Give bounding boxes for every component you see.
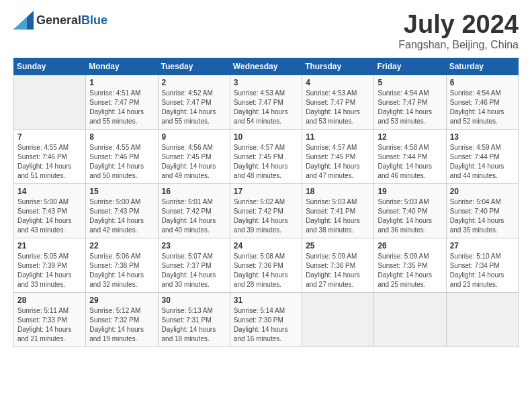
main-title: July 2024 bbox=[398, 11, 519, 39]
day-detail: Sunrise: 4:55 AMSunset: 7:46 PMDaylight:… bbox=[89, 143, 154, 181]
calendar-cell: 22Sunrise: 5:06 AMSunset: 7:38 PMDayligh… bbox=[86, 238, 158, 292]
calendar-cell: 23Sunrise: 5:07 AMSunset: 7:37 PMDayligh… bbox=[158, 238, 230, 292]
day-number: 19 bbox=[378, 187, 442, 196]
calendar-cell: 20Sunrise: 5:04 AMSunset: 7:40 PMDayligh… bbox=[446, 183, 518, 238]
column-header-saturday: Saturday bbox=[446, 58, 518, 75]
calendar-cell: 7Sunrise: 4:55 AMSunset: 7:46 PMDaylight… bbox=[14, 129, 86, 183]
calendar-cell bbox=[374, 292, 446, 347]
calendar-cell: 14Sunrise: 5:00 AMSunset: 7:43 PMDayligh… bbox=[14, 183, 86, 238]
column-header-sunday: Sunday bbox=[14, 58, 86, 75]
column-header-friday: Friday bbox=[374, 58, 446, 75]
calendar-cell: 5Sunrise: 4:54 AMSunset: 7:47 PMDaylight… bbox=[374, 75, 446, 129]
day-detail: Sunrise: 5:10 AMSunset: 7:34 PMDaylight:… bbox=[450, 252, 515, 289]
calendar-week-5: 28Sunrise: 5:11 AMSunset: 7:33 PMDayligh… bbox=[14, 292, 519, 347]
day-detail: Sunrise: 4:56 AMSunset: 7:45 PMDaylight:… bbox=[162, 143, 226, 181]
day-number: 24 bbox=[234, 241, 298, 250]
day-number: 9 bbox=[162, 132, 226, 142]
day-number: 7 bbox=[17, 132, 82, 142]
day-detail: Sunrise: 5:03 AMSunset: 7:40 PMDaylight:… bbox=[378, 197, 442, 235]
day-detail: Sunrise: 5:01 AMSunset: 7:42 PMDaylight:… bbox=[162, 197, 226, 235]
calendar-cell: 29Sunrise: 5:12 AMSunset: 7:32 PMDayligh… bbox=[86, 292, 158, 347]
calendar-cell: 3Sunrise: 4:53 AMSunset: 7:47 PMDaylight… bbox=[230, 75, 302, 129]
header-row: SundayMondayTuesdayWednesdayThursdayFrid… bbox=[14, 58, 519, 75]
day-number: 2 bbox=[162, 78, 226, 87]
calendar-cell: 17Sunrise: 5:02 AMSunset: 7:42 PMDayligh… bbox=[230, 183, 302, 238]
calendar-table: SundayMondayTuesdayWednesdayThursdayFrid… bbox=[13, 58, 519, 347]
calendar-cell bbox=[446, 292, 518, 347]
calendar-cell: 10Sunrise: 4:57 AMSunset: 7:45 PMDayligh… bbox=[230, 129, 302, 183]
day-detail: Sunrise: 5:03 AMSunset: 7:41 PMDaylight:… bbox=[306, 197, 370, 235]
day-detail: Sunrise: 4:54 AMSunset: 7:47 PMDaylight:… bbox=[378, 89, 442, 126]
day-detail: Sunrise: 5:07 AMSunset: 7:37 PMDaylight:… bbox=[162, 252, 226, 289]
calendar-cell: 25Sunrise: 5:09 AMSunset: 7:36 PMDayligh… bbox=[302, 238, 374, 292]
day-detail: Sunrise: 4:59 AMSunset: 7:44 PMDaylight:… bbox=[450, 143, 515, 181]
day-detail: Sunrise: 5:14 AMSunset: 7:30 PMDaylight:… bbox=[234, 306, 298, 344]
calendar-cell: 12Sunrise: 4:58 AMSunset: 7:44 PMDayligh… bbox=[374, 129, 446, 183]
day-number: 21 bbox=[17, 241, 82, 250]
calendar-cell: 9Sunrise: 4:56 AMSunset: 7:45 PMDaylight… bbox=[158, 129, 230, 183]
calendar-week-1: 1Sunrise: 4:51 AMSunset: 7:47 PMDaylight… bbox=[14, 75, 519, 129]
day-detail: Sunrise: 5:13 AMSunset: 7:31 PMDaylight:… bbox=[162, 306, 226, 344]
day-detail: Sunrise: 5:11 AMSunset: 7:33 PMDaylight:… bbox=[17, 306, 82, 344]
calendar-body: 1Sunrise: 4:51 AMSunset: 7:47 PMDaylight… bbox=[14, 75, 519, 347]
day-number: 11 bbox=[306, 132, 370, 142]
calendar-cell: 30Sunrise: 5:13 AMSunset: 7:31 PMDayligh… bbox=[158, 292, 230, 347]
calendar-week-4: 21Sunrise: 5:05 AMSunset: 7:39 PMDayligh… bbox=[14, 238, 519, 292]
day-detail: Sunrise: 4:57 AMSunset: 7:45 PMDaylight:… bbox=[234, 143, 298, 181]
subtitle: Fangshan, Beijing, China bbox=[398, 39, 519, 51]
day-number: 30 bbox=[162, 295, 226, 305]
logo-text: GeneralBlue bbox=[36, 13, 107, 28]
day-number: 23 bbox=[162, 241, 226, 250]
logo: GeneralBlue bbox=[13, 11, 107, 30]
calendar-cell bbox=[302, 292, 374, 347]
day-number: 15 bbox=[89, 187, 154, 196]
day-number: 25 bbox=[306, 241, 370, 250]
day-detail: Sunrise: 4:57 AMSunset: 7:45 PMDaylight:… bbox=[306, 143, 370, 181]
column-header-thursday: Thursday bbox=[302, 58, 374, 75]
logo-blue: Blue bbox=[81, 13, 107, 27]
calendar-cell: 15Sunrise: 5:00 AMSunset: 7:43 PMDayligh… bbox=[86, 183, 158, 238]
day-detail: Sunrise: 5:09 AMSunset: 7:36 PMDaylight:… bbox=[306, 252, 370, 289]
calendar-cell: 16Sunrise: 5:01 AMSunset: 7:42 PMDayligh… bbox=[158, 183, 230, 238]
calendar-cell: 27Sunrise: 5:10 AMSunset: 7:34 PMDayligh… bbox=[446, 238, 518, 292]
calendar-cell: 24Sunrise: 5:08 AMSunset: 7:36 PMDayligh… bbox=[230, 238, 302, 292]
day-number: 28 bbox=[17, 295, 82, 305]
column-header-monday: Monday bbox=[86, 58, 158, 75]
day-number: 12 bbox=[378, 132, 442, 142]
calendar-cell: 18Sunrise: 5:03 AMSunset: 7:41 PMDayligh… bbox=[302, 183, 374, 238]
day-detail: Sunrise: 4:54 AMSunset: 7:46 PMDaylight:… bbox=[450, 89, 515, 126]
title-block: July 2024 Fangshan, Beijing, China bbox=[398, 11, 519, 51]
day-number: 29 bbox=[89, 295, 154, 305]
day-detail: Sunrise: 5:08 AMSunset: 7:36 PMDaylight:… bbox=[234, 252, 298, 289]
calendar-cell: 26Sunrise: 5:09 AMSunset: 7:35 PMDayligh… bbox=[374, 238, 446, 292]
day-detail: Sunrise: 5:09 AMSunset: 7:35 PMDaylight:… bbox=[378, 252, 442, 289]
day-number: 14 bbox=[17, 187, 82, 196]
calendar-cell: 28Sunrise: 5:11 AMSunset: 7:33 PMDayligh… bbox=[14, 292, 86, 347]
day-detail: Sunrise: 4:55 AMSunset: 7:46 PMDaylight:… bbox=[17, 143, 82, 181]
calendar-cell: 31Sunrise: 5:14 AMSunset: 7:30 PMDayligh… bbox=[230, 292, 302, 347]
day-number: 13 bbox=[450, 132, 515, 142]
day-number: 26 bbox=[378, 241, 442, 250]
day-number: 5 bbox=[378, 78, 442, 87]
day-number: 18 bbox=[306, 187, 370, 196]
day-number: 4 bbox=[306, 78, 370, 87]
calendar-cell: 21Sunrise: 5:05 AMSunset: 7:39 PMDayligh… bbox=[14, 238, 86, 292]
calendar-cell: 6Sunrise: 4:54 AMSunset: 7:46 PMDaylight… bbox=[446, 75, 518, 129]
calendar-cell: 19Sunrise: 5:03 AMSunset: 7:40 PMDayligh… bbox=[374, 183, 446, 238]
day-number: 20 bbox=[450, 187, 515, 196]
calendar-cell: 2Sunrise: 4:52 AMSunset: 7:47 PMDaylight… bbox=[158, 75, 230, 129]
day-detail: Sunrise: 4:53 AMSunset: 7:47 PMDaylight:… bbox=[306, 89, 370, 126]
day-detail: Sunrise: 4:51 AMSunset: 7:47 PMDaylight:… bbox=[89, 89, 154, 126]
calendar-cell: 8Sunrise: 4:55 AMSunset: 7:46 PMDaylight… bbox=[86, 129, 158, 183]
day-detail: Sunrise: 5:12 AMSunset: 7:32 PMDaylight:… bbox=[89, 306, 154, 344]
column-header-tuesday: Tuesday bbox=[158, 58, 230, 75]
logo-icon bbox=[13, 11, 34, 30]
calendar-cell: 1Sunrise: 4:51 AMSunset: 7:47 PMDaylight… bbox=[86, 75, 158, 129]
day-detail: Sunrise: 4:53 AMSunset: 7:47 PMDaylight:… bbox=[234, 89, 298, 126]
day-number: 16 bbox=[162, 187, 226, 196]
day-detail: Sunrise: 5:06 AMSunset: 7:38 PMDaylight:… bbox=[89, 252, 154, 289]
calendar-cell: 13Sunrise: 4:59 AMSunset: 7:44 PMDayligh… bbox=[446, 129, 518, 183]
day-number: 10 bbox=[234, 132, 298, 142]
column-header-wednesday: Wednesday bbox=[230, 58, 302, 75]
header: GeneralBlue July 2024 Fangshan, Beijing,… bbox=[13, 11, 519, 51]
